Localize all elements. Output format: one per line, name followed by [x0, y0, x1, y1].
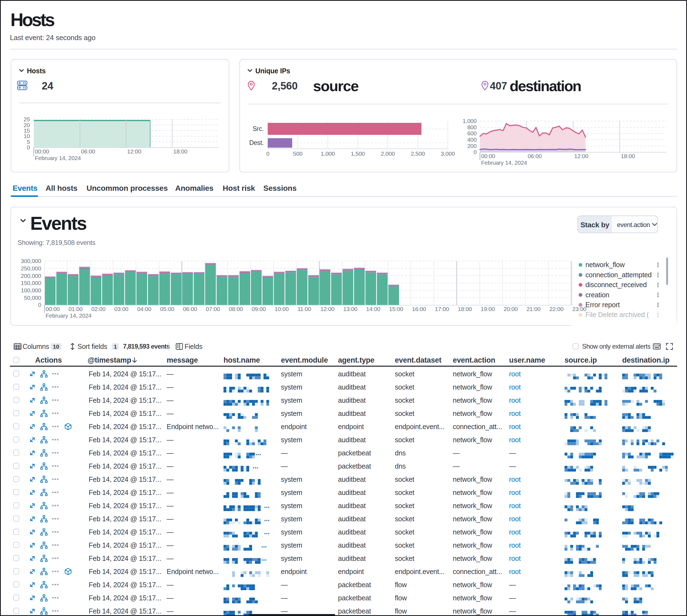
svg-text:3,000: 3,000 — [441, 150, 455, 157]
svg-text:150,000: 150,000 — [21, 280, 41, 286]
svg-text:500: 500 — [293, 150, 302, 157]
svg-text:0: 0 — [474, 149, 477, 155]
svg-text:02:00: 02:00 — [91, 306, 105, 312]
svg-text:06:00: 06:00 — [183, 306, 197, 312]
svg-text:04:00: 04:00 — [137, 306, 151, 312]
svg-text:1,000: 1,000 — [463, 118, 477, 124]
svg-text:05:00: 05:00 — [160, 306, 174, 312]
svg-text:01:00: 01:00 — [68, 306, 82, 312]
svg-text:00:00: 00:00 — [46, 306, 60, 312]
svg-text:18:00: 18:00 — [173, 148, 187, 155]
svg-text:08:00: 08:00 — [229, 306, 243, 312]
svg-text:1,500: 1,500 — [351, 150, 365, 157]
svg-text:03:00: 03:00 — [114, 306, 128, 312]
svg-text:18:00: 18:00 — [458, 306, 472, 312]
svg-text:200: 200 — [467, 143, 477, 149]
svg-text:February 14, 2024: February 14, 2024 — [46, 312, 92, 319]
svg-text:07:00: 07:00 — [206, 306, 220, 312]
svg-text:0: 0 — [27, 144, 30, 150]
svg-text:300,000: 300,000 — [21, 258, 41, 264]
svg-text:13:00: 13:00 — [343, 306, 357, 312]
svg-text:06:00: 06:00 — [528, 153, 542, 159]
svg-text:12:00: 12:00 — [320, 306, 335, 312]
svg-text:06:00: 06:00 — [81, 148, 95, 155]
svg-text:11:00: 11:00 — [297, 306, 311, 312]
svg-text:600: 600 — [467, 130, 477, 136]
svg-text:Dest.: Dest. — [249, 139, 264, 146]
svg-text:February 14, 2024: February 14, 2024 — [35, 155, 81, 161]
svg-text:100,000: 100,000 — [21, 287, 41, 293]
svg-text:09:00: 09:00 — [252, 306, 266, 312]
svg-text:network_flow: network_flow — [585, 261, 625, 268]
svg-text:00:00: 00:00 — [481, 153, 495, 159]
svg-text:17:00: 17:00 — [435, 306, 449, 312]
svg-text:creation: creation — [585, 291, 609, 299]
svg-text:2,500: 2,500 — [411, 150, 425, 157]
svg-text:20:00: 20:00 — [503, 306, 518, 312]
svg-text:disconnect_received: disconnect_received — [585, 281, 647, 288]
svg-text:21:00: 21:00 — [527, 306, 540, 312]
svg-text:800: 800 — [467, 124, 477, 130]
svg-text:22:00: 22:00 — [550, 306, 563, 312]
svg-text:February 14, 2024: February 14, 2024 — [481, 159, 527, 166]
svg-text:Src.: Src. — [253, 125, 264, 132]
svg-text:Error report: Error report — [585, 301, 620, 309]
svg-text:12:00: 12:00 — [127, 148, 141, 155]
svg-text:250,000: 250,000 — [21, 265, 41, 271]
svg-text:10:00: 10:00 — [275, 306, 288, 312]
svg-text:00:00: 00:00 — [35, 148, 49, 155]
svg-text:0: 0 — [266, 150, 269, 157]
svg-text:14:00: 14:00 — [366, 306, 380, 312]
svg-text:18:00: 18:00 — [621, 153, 635, 159]
svg-text:15:00: 15:00 — [389, 306, 403, 312]
svg-text:connection_attempted: connection_attempted — [585, 271, 651, 279]
svg-text:400: 400 — [467, 136, 477, 143]
svg-text:50,000: 50,000 — [24, 294, 41, 301]
svg-text:19:00: 19:00 — [481, 306, 495, 312]
svg-text:16:00: 16:00 — [412, 306, 426, 312]
svg-text:23:00: 23:00 — [572, 306, 586, 312]
svg-text:2,000: 2,000 — [381, 150, 395, 157]
svg-text:0: 0 — [38, 302, 41, 308]
svg-text:12:00: 12:00 — [574, 153, 588, 159]
svg-text:200,000: 200,000 — [21, 272, 41, 279]
svg-text:1,000: 1,000 — [321, 150, 335, 157]
